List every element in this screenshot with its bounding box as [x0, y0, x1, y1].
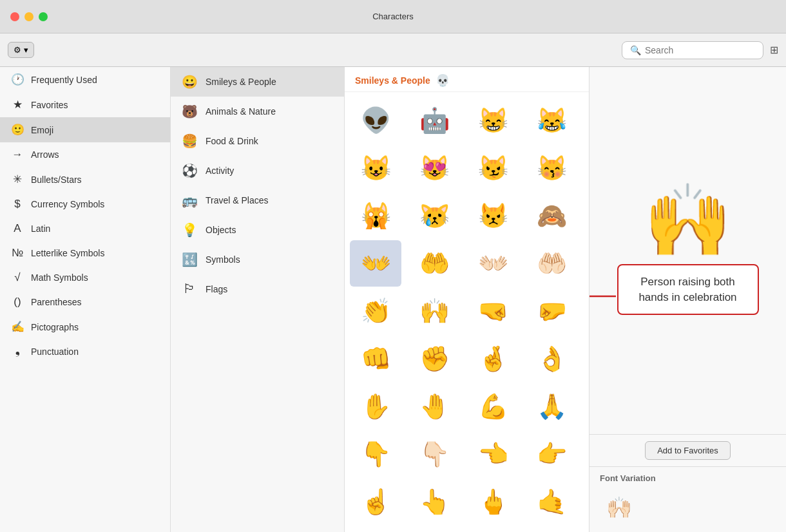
emoji-cell[interactable]: 👐 [350, 240, 401, 287]
emoji-cell[interactable]: 🙏 [526, 383, 578, 430]
emoji-panel: Smileys & People 💀 👽🤖😸😹😺😻😼😽🙀😿😾🙈👐🤲👐🏻🤲🏻👏🙌🤜… [345, 67, 590, 532]
emoji-cell[interactable]: 😿 [408, 193, 460, 239]
emoji-cell[interactable]: 😸 [468, 97, 519, 144]
category-label-flags: Flags [206, 284, 227, 294]
sidebar-item-emoji[interactable]: 🙂Emoji [0, 117, 170, 142]
emoji-cell[interactable]: 🙌 [408, 288, 460, 334]
sidebar-icon-letterlike-symbols: № [10, 247, 24, 260]
emoji-cell[interactable]: 🤲 [408, 240, 460, 287]
emoji-cell[interactable]: 😽 [526, 145, 578, 191]
emoji-cell[interactable]: 😻 [408, 145, 460, 191]
emoji-cell[interactable]: 👏 [350, 288, 401, 334]
emoji-cell[interactable]: 💅 [468, 526, 519, 532]
category-item-objects[interactable]: 💡Objects [171, 215, 344, 245]
sidebar: 🕐Frequently Used★Favorites🙂Emoji→Arrows✳… [0, 67, 171, 532]
grid-view-icon[interactable]: ⊞ [770, 44, 778, 56]
sidebar-label-arrows: Arrows [31, 149, 59, 160]
search-input[interactable] [645, 45, 748, 55]
minimize-button[interactable] [24, 12, 34, 21]
sidebar-item-letterlike-symbols[interactable]: №Letterlike Symbols [0, 241, 170, 265]
sidebar-item-parentheses[interactable]: ()Parentheses [0, 290, 170, 314]
sidebar-label-bullets-stars: Bullets/Stars [31, 175, 82, 185]
sidebar-item-pictographs[interactable]: ✍Pictographs [0, 314, 170, 339]
sidebar-label-letterlike-symbols: Letterlike Symbols [31, 248, 104, 258]
emoji-cell[interactable]: 👇🏻 [408, 431, 460, 477]
sidebar-item-currency-symbols[interactable]: $Currency Symbols [0, 192, 170, 216]
font-variation-cell[interactable]: 🙌🏻 [600, 489, 638, 526]
emoji-cell[interactable]: ✊ [408, 336, 460, 382]
search-icon: 🔍 [630, 45, 641, 55]
emoji-cell[interactable]: 👄 [526, 526, 578, 532]
sidebar-label-emoji: Emoji [31, 125, 53, 135]
sidebar-item-favorites[interactable]: ★Favorites [0, 92, 170, 117]
emoji-cell[interactable]: 👐🏻 [468, 240, 519, 287]
emoji-cell[interactable]: 👉 [526, 431, 578, 477]
category-item-smileys-people[interactable]: 😀Smileys & People [171, 67, 344, 97]
emoji-cell[interactable]: ✍ [408, 526, 460, 532]
emoji-cell[interactable]: 🤲🏻 [526, 240, 578, 287]
category-panel: 😀Smileys & People🐻Animals & Nature🍔Food … [171, 67, 345, 532]
close-button[interactable] [10, 12, 19, 21]
category-item-symbols[interactable]: 🔣Symbols [171, 245, 344, 274]
emoji-cell[interactable]: 😼 [468, 145, 519, 191]
category-label-activity: Activity [206, 166, 234, 176]
maximize-button[interactable] [39, 12, 48, 21]
category-label-smileys-people: Smileys & People [206, 77, 276, 87]
detail-name-tooltip: Person raising both hands in celebration [617, 264, 759, 316]
emoji-cell[interactable]: 😹 [526, 97, 578, 144]
sidebar-item-frequently-used[interactable]: 🕐Frequently Used [0, 67, 170, 92]
category-icon-travel-places: 🚌 [181, 193, 198, 208]
emoji-cell[interactable]: 👆 [408, 479, 460, 525]
emoji-cell[interactable]: 🖕 [468, 479, 519, 525]
toolbar-left: ⚙ ▾ [8, 42, 34, 58]
emoji-cell[interactable]: 🤚 [408, 383, 460, 430]
emoji-cell[interactable]: ☝ [350, 479, 401, 525]
category-icon-objects: 💡 [181, 222, 198, 238]
emoji-cell[interactable]: 😺 [350, 145, 401, 191]
category-item-animals-nature[interactable]: 🐻Animals & Nature [171, 97, 344, 126]
gear-button[interactable]: ⚙ ▾ [8, 42, 34, 58]
emoji-cell[interactable]: 👊 [350, 336, 401, 382]
emoji-cell[interactable]: 👌 [526, 336, 578, 382]
category-label-animals-nature: Animals & Nature [206, 106, 276, 117]
emoji-cell[interactable]: ✋ [350, 383, 401, 430]
emoji-cell[interactable]: 💪 [468, 383, 519, 430]
category-item-food-drink[interactable]: 🍔Food & Drink [171, 126, 344, 156]
emoji-cell[interactable]: 😾 [468, 193, 519, 239]
font-variation-title: Font Variation [600, 473, 776, 483]
sidebar-icon-bullets-stars: ✳ [10, 173, 24, 186]
add-to-favorites-button[interactable]: Add to Favorites [645, 441, 731, 460]
gear-icon: ⚙ [14, 45, 21, 55]
emoji-cell[interactable]: 🤛 [526, 288, 578, 334]
emoji-cell[interactable]: 👽 [350, 97, 401, 144]
emoji-cell[interactable]: 🤖 [408, 97, 460, 144]
sidebar-label-favorites: Favorites [31, 100, 68, 110]
category-label-travel-places: Travel & Places [206, 195, 269, 205]
sidebar-item-bullets-stars[interactable]: ✳Bullets/Stars [0, 167, 170, 192]
category-item-activity[interactable]: ⚽Activity [171, 156, 344, 185]
category-label-objects: Objects [206, 225, 236, 235]
sidebar-item-punctuation[interactable]: ❟Punctuation [0, 339, 170, 364]
category-item-flags[interactable]: 🏳Flags [171, 274, 344, 303]
emoji-cell[interactable]: 🤞 [468, 336, 519, 382]
emoji-cell[interactable]: 🙀 [350, 193, 401, 239]
sidebar-item-arrows[interactable]: →Arrows [0, 142, 170, 167]
category-icon-smileys-people: 😀 [181, 74, 198, 90]
sidebar-item-latin[interactable]: ALatin [0, 216, 170, 241]
emoji-cell[interactable]: 👇 [350, 431, 401, 477]
search-box: 🔍 [622, 41, 763, 59]
sidebar-icon-favorites: ★ [10, 98, 24, 111]
emoji-cell[interactable]: 👈 [468, 431, 519, 477]
font-variation-grid: 🙌🏻 [600, 489, 776, 526]
emoji-cell[interactable]: 🤜 [468, 288, 519, 334]
arrow-svg [590, 277, 617, 316]
category-item-travel-places[interactable]: 🚌Travel & Places [171, 185, 344, 215]
emoji-cell[interactable]: 🤏 [350, 526, 401, 532]
emoji-cell[interactable]: 🤙 [526, 479, 578, 525]
sidebar-label-latin: Latin [31, 223, 50, 234]
sidebar-label-frequently-used: Frequently Used [31, 75, 97, 85]
category-icon-animals-nature: 🐻 [181, 104, 198, 119]
sidebar-item-math-symbols[interactable]: √Math Symbols [0, 265, 170, 290]
emoji-cell[interactable]: 🙈 [526, 193, 578, 239]
sidebar-icon-punctuation: ❟ [10, 345, 24, 358]
